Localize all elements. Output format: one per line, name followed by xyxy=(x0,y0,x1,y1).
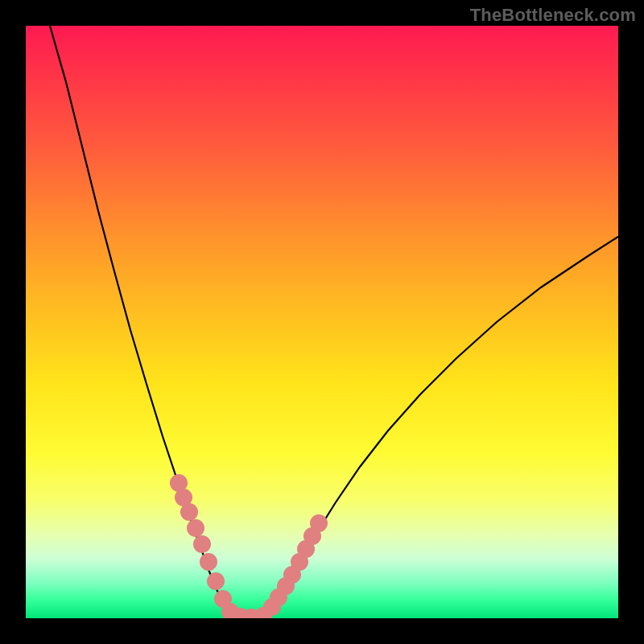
marker-dot xyxy=(207,572,225,590)
marker-dot xyxy=(193,535,211,553)
marker-dot xyxy=(310,514,328,532)
chart-svg xyxy=(26,26,618,618)
marker-dot xyxy=(200,553,217,571)
outer-frame: TheBottleneck.com xyxy=(0,0,644,644)
curve-left xyxy=(50,26,233,617)
marker-dots xyxy=(170,474,328,618)
marker-dot xyxy=(180,503,198,521)
watermark-text: TheBottleneck.com xyxy=(470,5,636,26)
curve-group xyxy=(50,26,618,618)
curve-right xyxy=(262,237,618,617)
plot-area xyxy=(26,26,618,618)
marker-dot xyxy=(187,519,204,537)
